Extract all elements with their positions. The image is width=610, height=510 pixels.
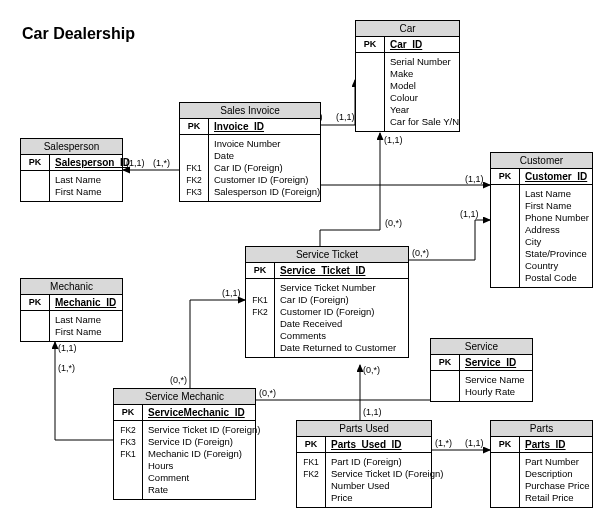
- entity-header: Service Mechanic: [114, 389, 255, 405]
- pk-value: ServiceMechanic_ID: [143, 405, 255, 420]
- card-label: (0,*): [363, 365, 380, 375]
- entity-attrs: Service Ticket ID (Foreign)Service ID (F…: [143, 421, 265, 499]
- pk-label: PK: [180, 119, 209, 134]
- entity-attrs: Service Ticket NumberCar ID (Foreign)Cus…: [275, 279, 408, 357]
- entity-attrs: Service NameHourly Rate: [460, 371, 532, 401]
- pk-value: Invoice_ID: [209, 119, 320, 134]
- pk-value: Parts_Used_ID: [326, 437, 431, 452]
- entity-attrs: Last NameFirst NamePhone NumberAddressCi…: [520, 185, 594, 287]
- pk-label: PK: [114, 405, 143, 420]
- entity-header: Parts Used: [297, 421, 431, 437]
- card-label: (0,*): [385, 218, 402, 228]
- entity-service-mechanic: Service Mechanic PK ServiceMechanic_ID F…: [113, 388, 256, 500]
- card-label: (1,1): [465, 438, 484, 448]
- entity-attrs: Last NameFirst Name: [50, 171, 122, 201]
- entity-header: Service Ticket: [246, 247, 408, 263]
- entity-attrs: Part NumberDescriptionPurchase PriceReta…: [520, 453, 594, 507]
- pk-label: PK: [246, 263, 275, 278]
- card-label: (0,*): [259, 388, 276, 398]
- fk-labels: FK1FK2FK3: [180, 135, 209, 201]
- card-label: (1,1): [465, 174, 484, 184]
- entity-header: Sales Invoice: [180, 103, 320, 119]
- diagram-canvas: Car Dealership: [0, 0, 610, 510]
- entity-attrs: Serial NumberMakeModelColourYearCar for …: [385, 53, 464, 131]
- entity-attrs: Last NameFirst Name: [50, 311, 122, 341]
- pk-label: PK: [21, 295, 50, 310]
- pk-value: Car_ID: [385, 37, 459, 52]
- entity-header: Service: [431, 339, 532, 355]
- pk-value: Salesperson_ID: [50, 155, 135, 170]
- pk-value: Service_ID: [460, 355, 532, 370]
- pk-label: PK: [356, 37, 385, 52]
- fk-labels: FK2FK3FK1: [114, 421, 143, 499]
- entity-parts-used: Parts Used PK Parts_Used_ID FK1FK2 Part …: [296, 420, 432, 508]
- pk-value: Service_Ticket_ID: [275, 263, 408, 278]
- entity-customer: Customer PK Customer_ID Last NameFirst N…: [490, 152, 593, 288]
- card-label: (1,1): [336, 112, 355, 122]
- card-label: (1,*): [58, 363, 75, 373]
- card-label: (0,*): [170, 375, 187, 385]
- pk-label: PK: [297, 437, 326, 452]
- pk-label: PK: [431, 355, 460, 370]
- pk-value: Parts_ID: [520, 437, 592, 452]
- entity-header: Salesperson: [21, 139, 122, 155]
- entity-salesperson: Salesperson PK Salesperson_ID Last NameF…: [20, 138, 123, 202]
- card-label: (1,1): [58, 343, 77, 353]
- entity-service-ticket: Service Ticket PK Service_Ticket_ID FK1F…: [245, 246, 409, 358]
- entity-attrs: Invoice NumberDateCar ID (Foreign)Custom…: [209, 135, 325, 201]
- entity-header: Parts: [491, 421, 592, 437]
- entity-header: Car: [356, 21, 459, 37]
- card-label: (1,*): [435, 438, 452, 448]
- entity-header: Customer: [491, 153, 592, 169]
- card-label: (1,1): [460, 209, 479, 219]
- entity-header: Mechanic: [21, 279, 122, 295]
- card-label: (1,*): [153, 158, 170, 168]
- entity-mechanic: Mechanic PK Mechanic_ID Last NameFirst N…: [20, 278, 123, 342]
- entity-parts: Parts PK Parts_ID Part NumberDescription…: [490, 420, 593, 508]
- card-label: (0,*): [412, 248, 429, 258]
- card-label: (1,1): [384, 135, 403, 145]
- pk-value: Mechanic_ID: [50, 295, 122, 310]
- pk-value: Customer_ID: [520, 169, 592, 184]
- diagram-title: Car Dealership: [22, 25, 135, 43]
- pk-label: PK: [491, 169, 520, 184]
- entity-sales-invoice: Sales Invoice PK Invoice_ID FK1FK2FK3 In…: [179, 102, 321, 202]
- pk-label: PK: [491, 437, 520, 452]
- entity-service: Service PK Service_ID Service NameHourly…: [430, 338, 533, 402]
- pk-label: PK: [21, 155, 50, 170]
- card-label: (1,1): [222, 288, 241, 298]
- card-label: (1,1): [363, 407, 382, 417]
- fk-labels: FK1FK2: [246, 279, 275, 357]
- fk-labels: FK1FK2: [297, 453, 326, 507]
- entity-attrs: Part ID (Foreign)Service Ticket ID (Fore…: [326, 453, 448, 507]
- entity-car: Car PK Car_ID Serial NumberMakeModelColo…: [355, 20, 460, 132]
